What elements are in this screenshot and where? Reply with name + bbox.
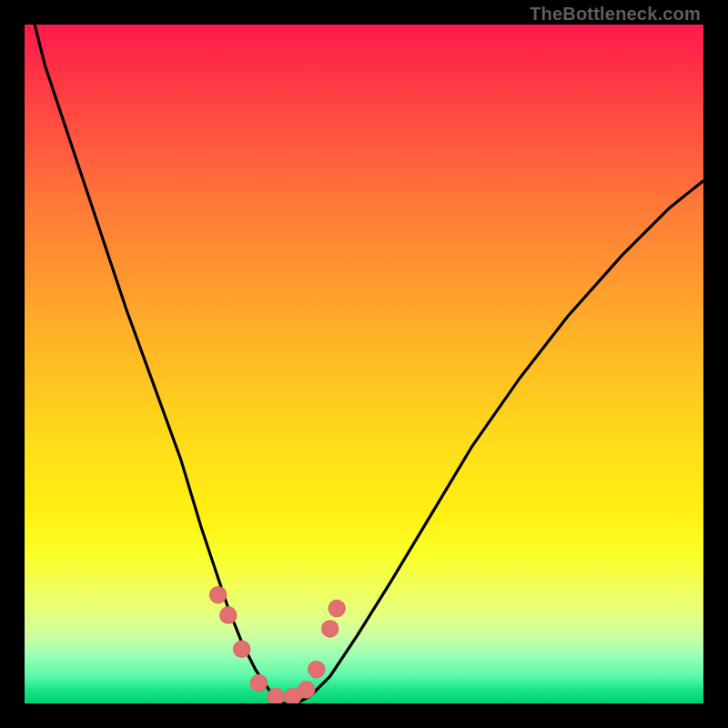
curve-marker (298, 682, 315, 698)
curve-marker (322, 621, 339, 637)
curve-markers (25, 25, 703, 703)
curve-marker (268, 689, 284, 703)
curve-marker (220, 607, 237, 623)
chart-frame: TheBottleneck.com (0, 0, 728, 728)
plot-area (25, 25, 703, 703)
curve-marker (308, 662, 325, 678)
curve-marker (329, 601, 345, 617)
curve-marker (234, 641, 250, 657)
curve-marker (210, 587, 227, 603)
curve-marker (250, 675, 267, 692)
watermark-text: TheBottleneck.com (530, 4, 701, 25)
